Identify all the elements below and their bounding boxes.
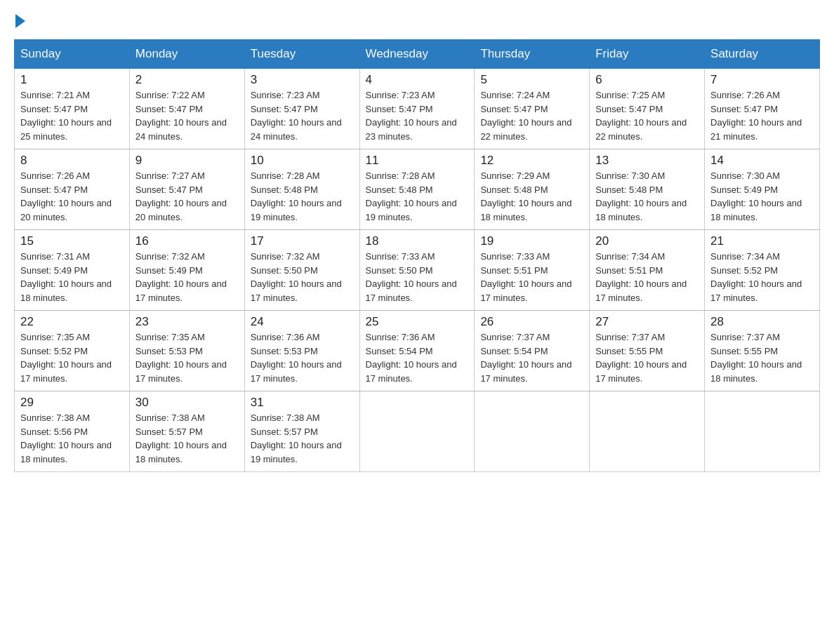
col-header-sunday: Sunday (15, 40, 130, 69)
day-number: 17 (251, 234, 354, 248)
day-info: Sunrise: 7:22 AMSunset: 5:47 PMDaylight:… (135, 88, 239, 143)
day-number: 27 (595, 315, 699, 329)
calendar-cell: 16Sunrise: 7:32 AMSunset: 5:49 PMDayligh… (129, 230, 244, 311)
day-number: 18 (366, 234, 469, 248)
day-number: 1 (20, 73, 124, 87)
day-info: Sunrise: 7:30 AMSunset: 5:48 PMDaylight:… (595, 169, 699, 224)
calendar-cell (590, 391, 705, 472)
day-info: Sunrise: 7:35 AMSunset: 5:52 PMDaylight:… (20, 330, 124, 385)
calendar-cell: 4Sunrise: 7:23 AMSunset: 5:47 PMDaylight… (359, 69, 475, 149)
day-info: Sunrise: 7:26 AMSunset: 5:47 PMDaylight:… (20, 169, 124, 224)
col-header-saturday: Saturday (705, 40, 820, 69)
day-number: 22 (20, 315, 124, 329)
calendar-cell: 11Sunrise: 7:28 AMSunset: 5:48 PMDayligh… (359, 149, 475, 230)
calendar-cell: 6Sunrise: 7:25 AMSunset: 5:47 PMDaylight… (590, 69, 705, 149)
day-number: 3 (251, 73, 354, 87)
page-header (14, 14, 820, 28)
day-number: 28 (710, 315, 814, 329)
calendar-cell: 13Sunrise: 7:30 AMSunset: 5:48 PMDayligh… (590, 149, 705, 230)
calendar-cell: 29Sunrise: 7:38 AMSunset: 5:56 PMDayligh… (15, 391, 130, 472)
day-info: Sunrise: 7:23 AMSunset: 5:47 PMDaylight:… (366, 88, 469, 143)
day-number: 7 (710, 73, 814, 87)
day-number: 24 (251, 315, 354, 329)
calendar-header-row: SundayMondayTuesdayWednesdayThursdayFrid… (15, 40, 820, 69)
day-info: Sunrise: 7:38 AMSunset: 5:56 PMDaylight:… (20, 411, 124, 466)
day-number: 29 (20, 396, 124, 410)
col-header-tuesday: Tuesday (244, 40, 359, 69)
day-info: Sunrise: 7:25 AMSunset: 5:47 PMDaylight:… (595, 88, 699, 143)
day-number: 23 (135, 315, 239, 329)
logo-triangle-icon (15, 14, 25, 28)
calendar-week-row: 1Sunrise: 7:21 AMSunset: 5:47 PMDaylight… (15, 69, 820, 149)
day-number: 10 (251, 154, 354, 168)
day-info: Sunrise: 7:37 AMSunset: 5:54 PMDaylight:… (480, 330, 583, 385)
calendar-cell: 2Sunrise: 7:22 AMSunset: 5:47 PMDaylight… (129, 69, 244, 149)
day-info: Sunrise: 7:24 AMSunset: 5:47 PMDaylight:… (480, 88, 583, 143)
calendar-cell: 7Sunrise: 7:26 AMSunset: 5:47 PMDaylight… (705, 69, 820, 149)
day-info: Sunrise: 7:28 AMSunset: 5:48 PMDaylight:… (251, 169, 354, 224)
day-info: Sunrise: 7:23 AMSunset: 5:47 PMDaylight:… (251, 88, 354, 143)
calendar-cell: 10Sunrise: 7:28 AMSunset: 5:48 PMDayligh… (244, 149, 359, 230)
calendar-cell: 30Sunrise: 7:38 AMSunset: 5:57 PMDayligh… (129, 391, 244, 472)
day-info: Sunrise: 7:36 AMSunset: 5:54 PMDaylight:… (366, 330, 469, 385)
day-number: 8 (20, 154, 124, 168)
day-number: 30 (135, 396, 239, 410)
day-info: Sunrise: 7:26 AMSunset: 5:47 PMDaylight:… (710, 88, 814, 143)
calendar-cell: 9Sunrise: 7:27 AMSunset: 5:47 PMDaylight… (129, 149, 244, 230)
calendar-cell (475, 391, 590, 472)
day-number: 14 (710, 154, 814, 168)
day-number: 13 (595, 154, 699, 168)
day-info: Sunrise: 7:21 AMSunset: 5:47 PMDaylight:… (20, 88, 124, 143)
calendar-cell: 19Sunrise: 7:33 AMSunset: 5:51 PMDayligh… (475, 230, 590, 311)
day-info: Sunrise: 7:27 AMSunset: 5:47 PMDaylight:… (135, 169, 239, 224)
day-number: 15 (20, 234, 124, 248)
calendar-cell: 26Sunrise: 7:37 AMSunset: 5:54 PMDayligh… (475, 311, 590, 391)
day-number: 11 (366, 154, 469, 168)
calendar-cell: 31Sunrise: 7:38 AMSunset: 5:57 PMDayligh… (244, 391, 359, 472)
day-info: Sunrise: 7:32 AMSunset: 5:49 PMDaylight:… (135, 250, 239, 304)
day-info: Sunrise: 7:37 AMSunset: 5:55 PMDaylight:… (595, 330, 699, 385)
calendar-cell (705, 391, 820, 472)
calendar-cell: 23Sunrise: 7:35 AMSunset: 5:53 PMDayligh… (129, 311, 244, 391)
calendar-cell: 28Sunrise: 7:37 AMSunset: 5:55 PMDayligh… (705, 311, 820, 391)
col-header-monday: Monday (129, 40, 244, 69)
day-number: 9 (135, 154, 239, 168)
day-number: 21 (710, 234, 814, 248)
day-info: Sunrise: 7:34 AMSunset: 5:51 PMDaylight:… (595, 250, 699, 304)
day-info: Sunrise: 7:37 AMSunset: 5:55 PMDaylight:… (710, 330, 814, 385)
calendar-cell: 3Sunrise: 7:23 AMSunset: 5:47 PMDaylight… (244, 69, 359, 149)
day-number: 2 (135, 73, 239, 87)
calendar-cell: 5Sunrise: 7:24 AMSunset: 5:47 PMDaylight… (475, 69, 590, 149)
calendar-cell: 1Sunrise: 7:21 AMSunset: 5:47 PMDaylight… (15, 69, 130, 149)
calendar-table: SundayMondayTuesdayWednesdayThursdayFrid… (14, 39, 820, 472)
calendar-cell: 18Sunrise: 7:33 AMSunset: 5:50 PMDayligh… (359, 230, 475, 311)
calendar-week-row: 22Sunrise: 7:35 AMSunset: 5:52 PMDayligh… (15, 311, 820, 391)
calendar-cell: 15Sunrise: 7:31 AMSunset: 5:49 PMDayligh… (15, 230, 130, 311)
calendar-week-row: 15Sunrise: 7:31 AMSunset: 5:49 PMDayligh… (15, 230, 820, 311)
day-number: 16 (135, 234, 239, 248)
col-header-thursday: Thursday (475, 40, 590, 69)
day-number: 4 (366, 73, 469, 87)
day-info: Sunrise: 7:33 AMSunset: 5:50 PMDaylight:… (366, 250, 469, 304)
day-info: Sunrise: 7:33 AMSunset: 5:51 PMDaylight:… (480, 250, 583, 304)
calendar-cell: 17Sunrise: 7:32 AMSunset: 5:50 PMDayligh… (244, 230, 359, 311)
day-info: Sunrise: 7:28 AMSunset: 5:48 PMDaylight:… (366, 169, 469, 224)
calendar-cell (359, 391, 475, 472)
calendar-cell: 14Sunrise: 7:30 AMSunset: 5:49 PMDayligh… (705, 149, 820, 230)
calendar-cell: 25Sunrise: 7:36 AMSunset: 5:54 PMDayligh… (359, 311, 475, 391)
col-header-wednesday: Wednesday (359, 40, 475, 69)
day-info: Sunrise: 7:31 AMSunset: 5:49 PMDaylight:… (20, 250, 124, 304)
day-info: Sunrise: 7:38 AMSunset: 5:57 PMDaylight:… (251, 411, 354, 466)
calendar-cell: 20Sunrise: 7:34 AMSunset: 5:51 PMDayligh… (590, 230, 705, 311)
calendar-cell: 21Sunrise: 7:34 AMSunset: 5:52 PMDayligh… (705, 230, 820, 311)
day-number: 5 (480, 73, 583, 87)
day-number: 25 (366, 315, 469, 329)
day-number: 12 (480, 154, 583, 168)
day-info: Sunrise: 7:30 AMSunset: 5:49 PMDaylight:… (710, 169, 814, 224)
day-number: 6 (595, 73, 699, 87)
calendar-week-row: 29Sunrise: 7:38 AMSunset: 5:56 PMDayligh… (15, 391, 820, 472)
logo (14, 14, 27, 28)
day-number: 31 (251, 396, 354, 410)
day-info: Sunrise: 7:35 AMSunset: 5:53 PMDaylight:… (135, 330, 239, 385)
day-number: 19 (480, 234, 583, 248)
